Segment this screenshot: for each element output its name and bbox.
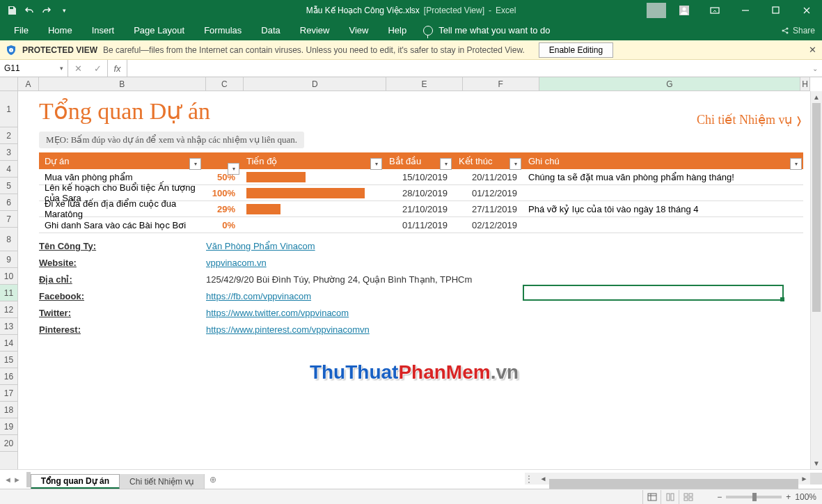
row-header[interactable]: 9 [0,251,17,268]
sheet-canvas[interactable]: Tổng quan Dự án Chi tiết Nhiệm vụ MẸO: B… [18,91,810,469]
info-link[interactable]: vppvinacom.vn [206,258,267,268]
tab-insert[interactable]: Insert [82,20,125,40]
info-link[interactable]: https://www.pinterest.com/vppvinacomvn [206,324,370,335]
info-label: Website: [39,258,206,268]
info-link[interactable]: Văn Phòng Phẩm Vinacom [206,241,315,251]
row-header[interactable]: 14 [0,335,17,352]
row-header[interactable]: 6 [0,194,17,211]
info-row: Facebook:https://fb.com/vppvinacom [39,288,472,304]
row-header[interactable]: 16 [0,368,17,385]
row-header[interactable]: 1 [0,91,17,127]
minimize-icon[interactable] [730,0,761,20]
filter-icon[interactable]: ▾ [440,158,452,170]
col-header-B[interactable]: B [39,77,206,90]
row-header[interactable]: 10 [0,268,17,285]
undo-icon[interactable] [22,3,37,18]
row-header[interactable]: 12 [0,301,17,318]
tell-me-search[interactable]: Tell me what you want to do [416,25,550,36]
horizontal-scrollbar[interactable]: ⋮ ◄ ► [525,473,810,485]
table-row[interactable]: Đi xe lửa đến địa điểm cuộc đua Maratông… [39,201,803,217]
zoom-control[interactable]: − + 100% [717,492,816,502]
row-header[interactable]: 13 [0,318,17,335]
tab-data[interactable]: Data [251,20,290,40]
selected-cell[interactable] [523,285,784,301]
filter-icon[interactable]: ▾ [790,158,802,170]
row-header[interactable]: 11 [0,285,17,301]
tab-home[interactable]: Home [38,20,82,40]
tab-file[interactable]: File [4,20,38,40]
ribbon-display-icon[interactable] [700,0,730,20]
tab-review[interactable]: Review [290,20,340,40]
col-header-E[interactable]: E [386,77,463,90]
account-placeholder-icon[interactable] [647,3,666,18]
tab-view[interactable]: View [339,20,378,40]
redo-icon[interactable] [39,3,54,18]
qat-customize-icon[interactable]: ▾ [56,3,72,18]
share-button[interactable]: Share [781,20,815,40]
formula-input[interactable] [127,60,808,77]
row-header[interactable]: 3 [0,144,17,161]
scroll-left-icon[interactable]: ◄ [537,475,549,482]
detail-link[interactable]: Chi tiết Nhiệm vụ [697,112,803,127]
filter-icon[interactable]: ▾ [189,158,201,170]
zoom-slider[interactable] [726,496,782,498]
chevron-down-icon[interactable]: ▾ [60,65,63,72]
row-header[interactable]: 15 [0,352,17,368]
save-icon[interactable] [4,3,19,18]
scroll-split-icon[interactable] [810,473,822,485]
row-header[interactable]: 4 [0,161,17,178]
row-header[interactable]: 5 [0,178,17,194]
scroll-right-icon[interactable]: ► [798,475,810,482]
scroll-thumb[interactable] [812,103,821,312]
row-header[interactable]: 19 [0,418,17,435]
name-box[interactable]: G11▾ [0,60,68,77]
project-table: Dự án▾ ▾ Tiến độ▾ Bắt đầu▾ Kết thúc▾ Ghi… [39,152,803,233]
row-header[interactable]: 7 [0,211,17,228]
tab-nav-buttons[interactable]: ◄► [0,475,25,484]
scroll-up-icon[interactable]: ▲ [811,91,822,103]
page-break-view-icon[interactable] [679,490,697,504]
table-row[interactable]: Ghi danh Sara vào các Bài học Bơi0%01/11… [39,217,803,233]
account-icon[interactable] [669,0,700,20]
maximize-icon[interactable] [761,0,791,20]
zoom-level[interactable]: 100% [795,492,816,502]
info-link[interactable]: https://www.twitter.com/vppvinacom [206,308,349,318]
scroll-down-icon[interactable]: ▼ [811,457,822,469]
close-icon[interactable] [791,0,822,20]
select-all-corner[interactable] [0,77,18,90]
row-header[interactable]: 8 [0,228,17,251]
col-header-C[interactable]: C [206,77,244,90]
fx-icon[interactable]: fx [108,60,127,77]
row-header[interactable]: 17 [0,385,17,402]
filter-icon[interactable]: ▾ [228,163,239,175]
filter-icon[interactable]: ▾ [370,158,382,170]
col-header-F[interactable]: F [463,77,539,90]
filter-icon[interactable]: ▾ [509,158,521,170]
info-link[interactable]: https://fb.com/vppvinacom [206,291,311,301]
expand-formula-bar-icon[interactable]: ⌄ [808,60,822,77]
row-header[interactable]: 2 [0,127,17,144]
th-end: Kết thúc▾ [453,156,523,166]
protected-view-close-icon[interactable]: ✕ [809,45,816,55]
zoom-in-icon[interactable]: + [786,492,791,502]
col-header-G[interactable]: G [539,77,800,90]
row-header[interactable]: 20 [0,435,17,452]
col-header-D[interactable]: D [244,77,386,90]
row-header[interactable]: 18 [0,402,17,418]
accept-formula-icon[interactable]: ✓ [88,63,107,74]
tab-formulas[interactable]: Formulas [194,20,251,40]
tab-page-layout[interactable]: Page Layout [124,20,194,40]
vertical-scrollbar[interactable]: ▲ ▼ [810,91,822,469]
tab-help[interactable]: Help [378,20,416,40]
sheet-tab-inactive[interactable]: Chi tiết Nhiệm vụ [120,474,205,489]
normal-view-icon[interactable] [642,490,661,504]
add-sheet-icon[interactable]: ⊕ [205,475,221,485]
cancel-formula-icon[interactable]: ✕ [68,63,88,74]
sheet-tab-active[interactable]: Tổng quan Dự án [31,474,120,489]
col-header-H[interactable]: H [800,77,810,90]
enable-editing-button[interactable]: Enable Editing [539,42,613,58]
zoom-out-icon[interactable]: − [717,492,722,502]
col-header-A[interactable]: A [18,77,39,90]
page-layout-view-icon[interactable] [661,490,679,504]
info-row: Twitter:https://www.twitter.com/vppvinac… [39,304,472,321]
